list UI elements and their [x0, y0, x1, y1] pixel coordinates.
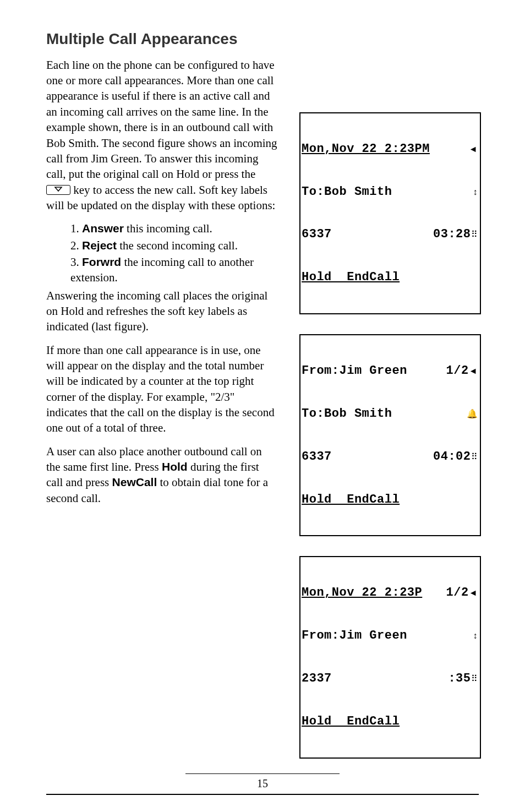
lcd-number: 6337 — [302, 450, 332, 464]
list-number: 2. — [70, 239, 82, 252]
text: key to access the new call. Soft key lab… — [46, 183, 275, 212]
lcd-softkeys: Hold EndCall — [302, 493, 479, 507]
arrows-icon: ↕ — [473, 188, 479, 197]
lcd-to-line: To:Bob Smith — [302, 407, 392, 421]
lcd-timer: 04:02 — [433, 450, 471, 464]
lcd-softkeys: Hold EndCall — [302, 715, 479, 729]
list-item: 2. Reject the second incoming call. — [70, 238, 277, 253]
down-arrow-key-icon — [46, 185, 70, 195]
list-item: 3. Forwrd the incoming call to another e… — [70, 254, 277, 286]
speaker-icon: ◄ — [469, 366, 479, 375]
lcd-number: 6337 — [302, 227, 332, 242]
lcd-from-line: From:Jim Green — [302, 364, 407, 378]
lcd-softkeys: Hold EndCall — [302, 270, 479, 285]
lcd-to-line: To:Bob Smith — [302, 185, 392, 199]
lcd-counter: 1/2 — [446, 586, 469, 600]
text: Each line on the phone can be configured… — [46, 58, 277, 181]
page-number: 15 — [185, 773, 340, 791]
paragraph: Each line on the phone can be configured… — [46, 57, 277, 213]
heading-shared-lines: Shared Lines — [46, 808, 479, 812]
softkey-label: Answer — [82, 222, 124, 235]
lcd-from-line: From:Jim Green — [302, 629, 407, 643]
list-number: 3. — [70, 255, 82, 269]
lcd-display-1: Mon,Nov 22 2:23PM◄ To:Bob Smith↕ 633703:… — [299, 112, 481, 314]
keypad-icon: ⠿ — [471, 674, 479, 683]
keypad-icon: ⠿ — [471, 230, 479, 239]
lcd-display-3: Mon,Nov 22 2:23P1/2◄ From:Jim Green↕ 233… — [299, 556, 481, 758]
options-list: 1. Answer this incoming call. 2. Reject … — [46, 221, 277, 285]
lcd-display-2: From:Jim Green1/2◄ To:Bob Smith🔔 633704:… — [299, 334, 481, 536]
paragraph: A user can also place another outbound c… — [46, 444, 277, 506]
text: the second incoming call. — [117, 239, 238, 252]
arrows-icon: ↕ — [473, 631, 479, 640]
softkey-label: Forwrd — [82, 255, 121, 268]
section-divider — [46, 794, 479, 795]
speaker-icon: ◄ — [469, 145, 479, 154]
heading-multiple-call-appearances: Multiple Call Appearances — [46, 29, 479, 50]
lcd-datetime: Mon,Nov 22 2:23PM — [302, 142, 430, 156]
lcd-timer: :35 — [448, 672, 471, 685]
softkey-label: Hold — [162, 460, 188, 473]
lcd-datetime: Mon,Nov 22 2:23P — [302, 586, 422, 600]
lcd-number: 2337 — [302, 672, 332, 686]
speaker-icon: ◄ — [469, 588, 479, 597]
paragraph: Answering the incoming call places the o… — [46, 288, 277, 335]
list-number: 1. — [70, 222, 82, 235]
keypad-icon: ⠿ — [471, 452, 479, 461]
svg-marker-0 — [55, 187, 62, 191]
softkey-label: Reject — [82, 239, 117, 252]
bell-icon: 🔔 — [467, 410, 479, 418]
lcd-timer: 03:28 — [433, 227, 471, 241]
list-item: 1. Answer this incoming call. — [70, 221, 277, 236]
paragraph: If more than one call appearance is in u… — [46, 342, 277, 436]
text: this incoming call. — [124, 222, 212, 235]
softkey-label: NewCall — [112, 476, 157, 488]
lcd-counter: 1/2 — [446, 364, 469, 378]
